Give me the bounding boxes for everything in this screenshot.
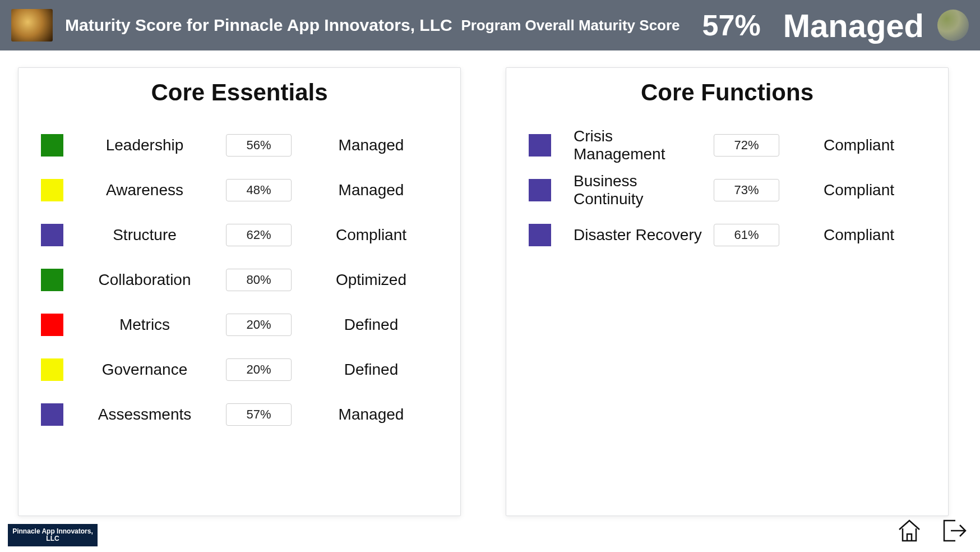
row-label: Business Continuity (557, 172, 708, 208)
core-essentials-title: Core Essentials (30, 79, 449, 106)
core-functions-title: Core Functions (517, 79, 937, 106)
row-percent: 73% (714, 179, 779, 201)
status-swatch (529, 224, 551, 246)
row-percent: 72% (714, 134, 779, 157)
row-level: Compliant (781, 226, 937, 244)
overall-score-percent: 57% (702, 8, 761, 42)
status-swatch (41, 134, 63, 157)
score-row: Collaboration80%Optimized (30, 257, 449, 302)
row-level: Optimized (293, 271, 449, 289)
score-row: Business Continuity73%Compliant (517, 168, 937, 213)
score-row: Awareness48%Managed (30, 168, 449, 213)
row-percent: 20% (226, 358, 292, 381)
status-swatch (41, 179, 63, 201)
score-row: Disaster Recovery61%Compliant (517, 213, 937, 257)
row-label: Awareness (69, 181, 220, 199)
score-row: Governance20%Defined (30, 347, 449, 392)
overall-score-label: Program Overall Maturity Score (461, 17, 679, 34)
score-row: Crisis Management72%Compliant (517, 123, 937, 168)
logout-icon[interactable] (940, 517, 967, 546)
row-percent: 20% (226, 314, 292, 336)
score-row: Leadership56%Managed (30, 123, 449, 168)
row-label: Structure (69, 226, 220, 244)
row-label: Collaboration (69, 271, 220, 289)
row-level: Defined (293, 361, 449, 379)
status-swatch (41, 314, 63, 336)
score-row: Assessments57%Managed (30, 392, 449, 437)
overall-score-level: Managed (783, 7, 924, 44)
row-percent: 80% (226, 269, 292, 291)
row-level: Compliant (781, 136, 937, 154)
row-percent: 56% (226, 134, 292, 157)
status-swatch (41, 269, 63, 291)
row-label: Crisis Management (557, 127, 708, 163)
score-row: Metrics20%Defined (30, 302, 449, 347)
status-swatch (41, 403, 63, 426)
row-percent: 62% (226, 224, 292, 246)
row-label: Leadership (69, 136, 220, 154)
row-level: Managed (293, 406, 449, 424)
status-swatch (41, 358, 63, 381)
row-level: Compliant (781, 181, 937, 199)
app-logo (11, 9, 53, 42)
score-row: Structure62%Compliant (30, 213, 449, 257)
status-swatch (529, 134, 551, 157)
status-swatch (529, 179, 551, 201)
row-level: Defined (293, 316, 449, 334)
core-functions-panel: Core Functions Crisis Management72%Compl… (506, 67, 949, 516)
page-title: Maturity Score for Pinnacle App Innovato… (65, 16, 452, 35)
row-percent: 48% (226, 179, 292, 201)
row-level: Managed (293, 136, 449, 154)
status-swatch (41, 224, 63, 246)
row-level: Compliant (293, 226, 449, 244)
header-bar: Maturity Score for Pinnacle App Innovato… (0, 0, 980, 50)
row-percent: 61% (714, 224, 779, 246)
row-level: Managed (293, 181, 449, 199)
row-label: Metrics (69, 316, 220, 334)
footer-company-logo: Pinnacle App Innovators, LLC (8, 524, 98, 546)
core-essentials-panel: Core Essentials Leadership56%ManagedAwar… (18, 67, 461, 516)
avatar[interactable] (937, 10, 969, 41)
row-percent: 57% (226, 403, 292, 426)
row-label: Governance (69, 361, 220, 379)
row-label: Assessments (69, 406, 220, 424)
row-label: Disaster Recovery (557, 226, 708, 244)
home-icon[interactable] (896, 517, 923, 546)
